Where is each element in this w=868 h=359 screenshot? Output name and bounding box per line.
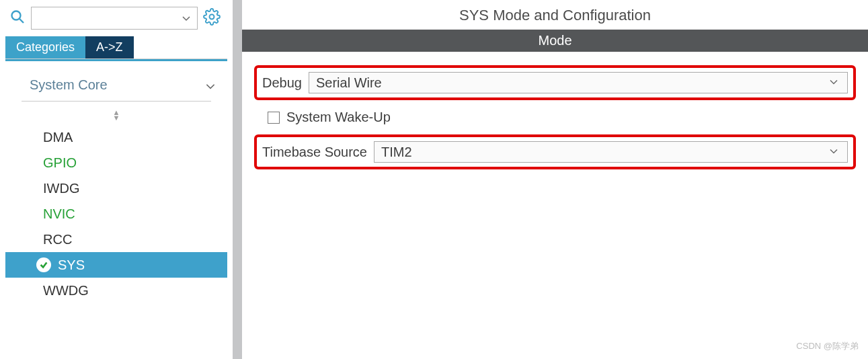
wakeup-label: System Wake-Up [286,110,391,125]
search-input[interactable] [37,12,181,24]
debug-select-value: Serial Wire [316,75,382,91]
debug-label: Debug [262,75,302,91]
main-panel: SYS Mode and Configuration Mode Debug Se… [242,0,868,359]
category-header-system-core[interactable]: System Core [5,73,227,97]
sort-handle-icon[interactable]: ▲▼ [5,107,227,124]
tab-az[interactable]: A->Z [85,36,134,58]
row-wakeup: System Wake-Up [254,107,856,128]
sidebar-item-wwdg[interactable]: WWDG [5,278,227,303]
tabs-underline [5,59,227,61]
search-icon [9,9,26,28]
sidebar-item-sys[interactable]: SYS [5,252,227,278]
debug-select[interactable]: Serial Wire [309,72,848,93]
sidebar-item-label: IWDG [43,178,79,198]
tab-categories[interactable]: Categories [5,36,85,58]
search-input-wrapper[interactable] [31,7,198,30]
check-icon [36,257,51,272]
page-title: SYS Mode and Configuration [242,0,868,30]
sidebar-item-label: SYS [58,255,85,275]
gear-icon[interactable] [203,8,221,29]
svg-line-1 [19,19,24,23]
category-label: System Core [30,77,108,93]
view-tabs: Categories A->Z [5,36,227,59]
chevron-down-icon[interactable] [181,13,192,24]
timebase-select[interactable]: TIM2 [374,141,848,163]
chevron-down-icon [204,80,215,91]
timebase-select-value: TIM2 [381,145,412,160]
watermark: CSDN @陈学弟 [796,340,859,352]
sidebar-item-label: RCC [43,229,72,249]
sidebar-item-nvic[interactable]: NVIC [5,201,227,227]
sidebar-item-dma[interactable]: DMA [5,124,227,150]
row-timebase: Timebase Source TIM2 [254,134,856,169]
section-header-mode: Mode [242,30,868,52]
sidebar-topbar [5,5,227,35]
wakeup-checkbox[interactable] [268,112,280,124]
sidebar-item-label: WWDG [43,280,89,301]
sidebar-item-gpio[interactable]: GPIO [5,150,227,175]
mode-body: Debug Serial Wire System Wake-Up Timebas… [242,52,868,176]
row-debug: Debug Serial Wire [254,65,856,100]
svg-point-2 [210,14,214,19]
chevron-down-icon [828,75,839,91]
chevron-down-icon [828,145,839,160]
sidebar-item-label: NVIC [43,204,75,224]
sidebar-item-iwdg[interactable]: IWDG [5,175,227,201]
sidebar-item-rcc[interactable]: RCC [5,227,227,252]
sidebar: Categories A->Z System Core ▲▼ DMA GPIO … [0,0,242,359]
peripheral-list: DMA GPIO IWDG NVIC RCC SYS WWDG [5,124,227,303]
sidebar-item-label: DMA [43,127,73,147]
svg-point-0 [12,11,21,19]
timebase-label: Timebase Source [262,145,367,160]
sidebar-item-label: GPIO [43,153,77,173]
category-divider [22,101,211,102]
